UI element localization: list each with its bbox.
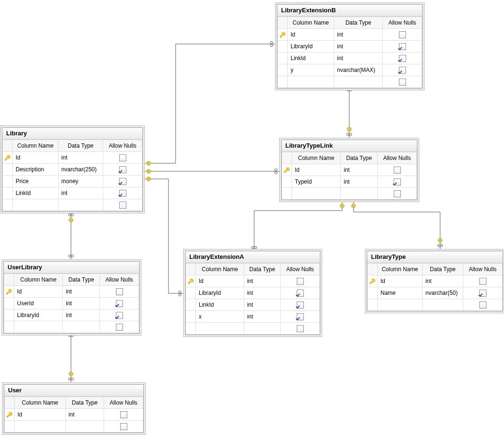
table-row[interactable] bbox=[186, 323, 320, 335]
table-row[interactable]: LinkIdint bbox=[3, 187, 142, 199]
table-library-extension-a[interactable]: LibraryExtensionAColumn NameData TypeAll… bbox=[185, 251, 320, 335]
table-row[interactable]: TypeIdint bbox=[282, 176, 417, 188]
primary-key-icon: 🔑 bbox=[4, 155, 11, 160]
column-header: Data Type bbox=[65, 397, 104, 409]
table-row[interactable]: 🔑Idint bbox=[3, 152, 142, 164]
column-header bbox=[186, 264, 196, 275]
table-library-type-link[interactable]: LibraryTypeLinkColumn NameData TypeAllow… bbox=[281, 140, 417, 200]
table-row[interactable] bbox=[5, 421, 143, 433]
table-row[interactable]: 🔑Idint bbox=[4, 286, 139, 298]
allow-nulls-checkbox[interactable] bbox=[297, 278, 304, 285]
table-row[interactable]: LinkIdint bbox=[186, 299, 320, 311]
allow-nulls-checkbox[interactable] bbox=[479, 278, 486, 285]
pk-cell bbox=[3, 187, 13, 199]
allow-nulls-checkbox[interactable] bbox=[297, 325, 304, 332]
allow-nulls-checkbox[interactable] bbox=[297, 290, 304, 297]
pk-cell bbox=[278, 53, 288, 64]
table-library-extension-b[interactable]: LibraryExtensionBColumn NameData TypeAll… bbox=[277, 4, 423, 88]
table-row[interactable] bbox=[282, 188, 417, 200]
table-row[interactable]: 🔑Idint bbox=[282, 164, 417, 176]
table-title: Library bbox=[2, 128, 142, 140]
allow-nulls-cell bbox=[103, 152, 142, 164]
data-type-cell bbox=[341, 188, 378, 200]
column-name-cell bbox=[196, 323, 244, 335]
allow-nulls-checkbox[interactable] bbox=[119, 154, 126, 161]
column-name-cell: LinkId bbox=[13, 187, 59, 199]
allow-nulls-checkbox[interactable] bbox=[394, 178, 401, 186]
table-row[interactable]: LibraryIdint bbox=[186, 287, 320, 299]
column-name-cell: Id bbox=[196, 275, 244, 287]
allow-nulls-checkbox[interactable] bbox=[119, 178, 126, 185]
data-type-cell: int bbox=[244, 299, 281, 311]
allow-nulls-checkbox[interactable] bbox=[479, 290, 486, 297]
allow-nulls-cell bbox=[100, 298, 139, 309]
allow-nulls-checkbox[interactable] bbox=[116, 288, 123, 295]
table-title: LibraryExtensionA bbox=[186, 251, 320, 263]
column-grid: Column NameData TypeAllow Nulls🔑IdintLib… bbox=[186, 263, 320, 335]
pk-cell bbox=[278, 41, 288, 53]
allow-nulls-checkbox[interactable] bbox=[399, 67, 406, 74]
allow-nulls-cell bbox=[281, 311, 320, 323]
allow-nulls-checkbox[interactable] bbox=[479, 301, 486, 309]
table-row[interactable]: 🔑Idint bbox=[5, 409, 143, 421]
table-user[interactable]: UserColumn NameData TypeAllow Nulls🔑Idin… bbox=[4, 384, 144, 433]
column-header: Allow Nulls bbox=[378, 152, 417, 164]
allow-nulls-cell bbox=[378, 164, 417, 176]
column-name-cell: LinkId bbox=[196, 299, 244, 311]
data-type-cell: int bbox=[334, 41, 383, 53]
pk-cell: 🔑 bbox=[3, 152, 13, 164]
allow-nulls-checkbox[interactable] bbox=[399, 55, 406, 62]
pk-cell bbox=[3, 176, 13, 187]
table-row[interactable] bbox=[368, 299, 503, 311]
pk-cell: 🔑 bbox=[278, 29, 288, 41]
table-row[interactable]: 🔑Idint bbox=[278, 29, 422, 41]
allow-nulls-cell bbox=[383, 76, 422, 88]
table-row[interactable] bbox=[278, 76, 422, 88]
primary-key-icon: 🔑 bbox=[279, 32, 286, 37]
table-title: LibraryType bbox=[367, 251, 503, 263]
allow-nulls-checkbox[interactable] bbox=[297, 313, 304, 320]
allow-nulls-checkbox[interactable] bbox=[119, 166, 126, 173]
table-row[interactable]: 🔑Idint bbox=[186, 275, 320, 287]
column-name-cell: LinkId bbox=[288, 53, 334, 64]
allow-nulls-checkbox[interactable] bbox=[399, 31, 406, 38]
allow-nulls-checkbox[interactable] bbox=[394, 167, 401, 174]
allow-nulls-checkbox[interactable] bbox=[297, 301, 304, 309]
table-row[interactable] bbox=[4, 321, 139, 333]
allow-nulls-checkbox[interactable] bbox=[119, 202, 126, 209]
allow-nulls-checkbox[interactable] bbox=[116, 324, 123, 331]
table-row[interactable]: 🔑Idint bbox=[368, 275, 503, 287]
table-library-type[interactable]: LibraryTypeColumn NameData TypeAllow Nul… bbox=[367, 251, 503, 311]
pk-cell bbox=[3, 199, 13, 211]
column-grid: Column NameData TypeAllow Nulls🔑IdintNam… bbox=[367, 263, 503, 311]
allow-nulls-checkbox[interactable] bbox=[120, 411, 127, 418]
allow-nulls-checkbox[interactable] bbox=[119, 190, 126, 197]
table-row[interactable]: ynvarchar(MAX) bbox=[278, 64, 422, 76]
data-type-cell: int bbox=[341, 176, 378, 188]
column-name-cell: TypeId bbox=[292, 176, 341, 188]
table-row[interactable]: UserIdint bbox=[4, 298, 139, 309]
pk-cell: 🔑 bbox=[4, 286, 14, 298]
column-grid: Column NameData TypeAllow Nulls🔑Idint bbox=[4, 397, 143, 433]
allow-nulls-cell bbox=[100, 309, 139, 321]
allow-nulls-checkbox[interactable] bbox=[399, 43, 406, 50]
allow-nulls-checkbox[interactable] bbox=[399, 79, 406, 86]
table-row[interactable]: LibraryIdint bbox=[4, 309, 139, 321]
allow-nulls-cell bbox=[100, 286, 139, 298]
table-library[interactable]: LibraryColumn NameData TypeAllow Nulls🔑I… bbox=[2, 127, 143, 212]
allow-nulls-checkbox[interactable] bbox=[116, 312, 123, 319]
table-row[interactable] bbox=[3, 199, 142, 211]
table-user-library[interactable]: UserLibraryColumn NameData TypeAllow Nul… bbox=[3, 261, 140, 334]
allow-nulls-checkbox[interactable] bbox=[394, 190, 401, 197]
diagram-canvas[interactable]: LibraryColumn NameData TypeAllow Nulls🔑I… bbox=[0, 0, 504, 442]
column-header bbox=[368, 264, 378, 275]
table-row[interactable]: Descriptionnvarchar(250) bbox=[3, 164, 142, 176]
table-row[interactable]: Pricemoney bbox=[3, 176, 142, 187]
table-row[interactable]: LinkIdint bbox=[278, 53, 422, 64]
table-row[interactable]: Namenvarchar(50) bbox=[368, 287, 503, 299]
allow-nulls-checkbox[interactable] bbox=[116, 300, 123, 307]
column-header: Column Name bbox=[15, 397, 66, 409]
table-row[interactable]: xint bbox=[186, 311, 320, 323]
table-row[interactable]: LibraryIdint bbox=[278, 41, 422, 53]
allow-nulls-checkbox[interactable] bbox=[120, 423, 127, 430]
